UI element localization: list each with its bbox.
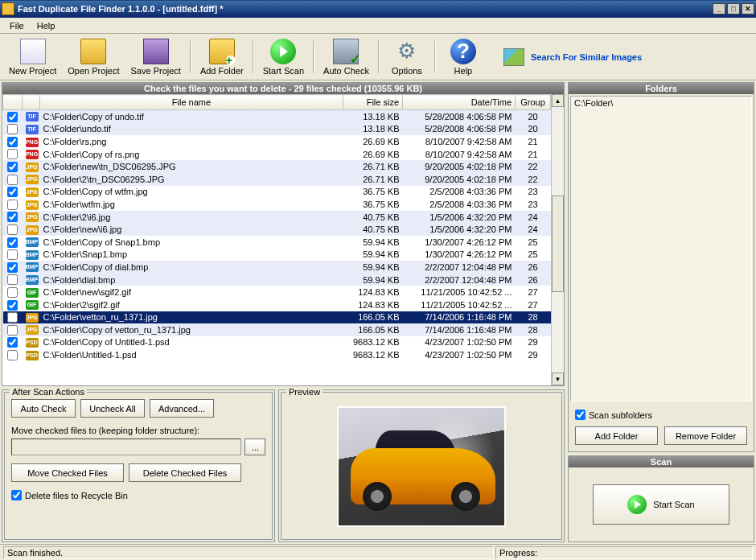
new-project-button[interactable]: New Project (3, 35, 62, 79)
auto-check-action-button[interactable]: Auto Check (11, 399, 76, 418)
browse-path-button[interactable]: ... (244, 439, 265, 455)
row-checkbox[interactable] (7, 337, 18, 348)
cell-filesize: 9683.12 KB (343, 336, 403, 349)
cell-filesize: 13.18 KB (343, 110, 403, 123)
file-list-scrollbar[interactable]: ▲ ▼ (551, 94, 564, 385)
cell-datetime: 2/5/2008 4:03:36 PM (403, 186, 516, 199)
help-icon: ? (450, 39, 476, 64)
row-checkbox[interactable] (7, 187, 18, 197)
table-row[interactable]: BMPC:\Folder\Copy of dial.bmp59.94 KB2/2… (3, 261, 551, 274)
filetype-jpg-icon: JPG (26, 212, 39, 222)
table-row[interactable]: PNGC:\Folder\rs.png26.69 KB8/10/2007 9:4… (3, 135, 551, 148)
options-button[interactable]: ⚙ Options (383, 35, 431, 79)
row-checkbox[interactable] (7, 137, 18, 147)
scan-subfolders-label: Scan subfolders (589, 410, 652, 420)
move-to-label: Move checked files to (keeping folder st… (11, 426, 265, 435)
cell-filename: C:\Folder\undo.tif (40, 123, 343, 136)
column-filesize[interactable]: File size (343, 95, 403, 110)
cell-filename: C:\Folder\Untitled-1.psd (40, 348, 343, 361)
table-row[interactable]: JPGC:\Folder\Copy of vetton_ru_1371.jpg1… (3, 323, 551, 336)
delete-checked-button[interactable]: Delete Checked Files (129, 463, 241, 482)
table-row[interactable]: GIFC:\Folder\2\sgif2.gif124.83 KB11/21/2… (3, 299, 551, 311)
row-checkbox[interactable] (7, 212, 18, 222)
row-checkbox[interactable] (7, 274, 18, 285)
remove-folder-button[interactable]: Remove Folder (664, 426, 747, 445)
filetype-tif-icon: TIF (26, 112, 39, 121)
folder-item[interactable]: C:\Folder\ (574, 98, 748, 108)
cell-datetime: 2/2/2007 12:04:48 PM (403, 274, 516, 286)
column-group[interactable]: Group (516, 95, 551, 110)
move-path-input[interactable] (11, 439, 241, 455)
table-row[interactable]: BMPC:\Folder\Snap1.bmp59.94 KB1/30/2007 … (3, 249, 551, 261)
maximize-button[interactable]: □ (727, 3, 740, 14)
folders-header: Folders (569, 83, 754, 94)
menu-help[interactable]: Help (31, 19, 62, 32)
table-row[interactable]: JPGC:\Folder\2\i6.jpg40.75 KB1/5/2006 4:… (3, 211, 551, 224)
toolbar-separator (313, 41, 314, 73)
menu-file[interactable]: File (3, 19, 31, 32)
add-folder-button[interactable]: Add Folder (195, 35, 249, 79)
row-checkbox[interactable] (7, 249, 18, 260)
scan-subfolders-checkbox[interactable] (575, 410, 585, 420)
column-check[interactable] (3, 95, 23, 110)
table-row[interactable]: TIFC:\Folder\Copy of undo.tif13.18 KB5/2… (3, 110, 551, 123)
cell-datetime: 8/10/2007 9:42:58 AM (403, 135, 516, 148)
scroll-track[interactable] (552, 107, 564, 373)
filetype-jpg-icon: JPG (26, 200, 39, 210)
row-checkbox[interactable] (7, 312, 18, 323)
toolbar: New Project Open Project Save Project Ad… (0, 34, 756, 80)
start-scan-big-button[interactable]: Start Scan (593, 484, 729, 525)
uncheck-all-button[interactable]: Uncheck All (80, 399, 145, 418)
row-checkbox[interactable] (7, 237, 18, 248)
row-checkbox[interactable] (7, 350, 18, 360)
row-checkbox[interactable] (7, 325, 18, 336)
column-filename[interactable]: File name (40, 95, 343, 110)
row-checkbox[interactable] (7, 112, 18, 122)
table-row[interactable]: JPGC:\Folder\2\tn_DSC06295.JPG26.71 KB9/… (3, 173, 551, 186)
cell-datetime: 4/23/2007 1:02:50 PM (403, 348, 516, 361)
filetype-psd-icon: PSD (26, 338, 39, 348)
advanced-button[interactable]: Advanced... (150, 399, 214, 418)
row-checkbox[interactable] (7, 287, 18, 298)
table-row[interactable]: BMPC:\Folder\dial.bmp59.94 KB2/2/2007 12… (3, 274, 551, 286)
table-row[interactable]: PSDC:\Folder\Copy of Untitled-1.psd9683.… (3, 336, 551, 349)
move-checked-button[interactable]: Move Checked Files (11, 463, 124, 482)
folders-list[interactable]: C:\Folder\ (570, 96, 752, 401)
table-row[interactable]: PSDC:\Folder\Untitled-1.psd9683.12 KB4/2… (3, 348, 551, 361)
row-checkbox[interactable] (7, 175, 18, 185)
save-project-button[interactable]: Save Project (125, 35, 187, 79)
search-similar-link[interactable]: Search For Similar Images (503, 48, 642, 66)
scroll-thumb[interactable] (552, 196, 564, 292)
close-button[interactable]: ✕ (742, 3, 754, 14)
row-checkbox[interactable] (7, 300, 18, 311)
cell-group: 20 (516, 110, 551, 123)
row-checkbox[interactable] (7, 200, 18, 210)
table-row[interactable]: JPGC:\Folder\Copy of wtfm.jpg36.75 KB2/5… (3, 186, 551, 199)
row-checkbox[interactable] (7, 162, 18, 172)
help-button[interactable]: ? Help (439, 35, 487, 79)
table-row[interactable]: JPGC:\Folder\new\tn_DSC06295.JPG26.71 KB… (3, 160, 551, 173)
row-checkbox[interactable] (7, 224, 18, 235)
table-row[interactable]: TIFC:\Folder\undo.tif13.18 KB5/28/2008 4… (3, 123, 551, 136)
table-row[interactable]: JPGC:\Folder\vetton_ru_1371.jpg166.05 KB… (3, 311, 551, 324)
open-project-button[interactable]: Open Project (62, 35, 125, 79)
row-checkbox[interactable] (7, 149, 18, 159)
table-row[interactable]: PNGC:\Folder\Copy of rs.png26.69 KB8/10/… (3, 148, 551, 161)
table-row[interactable]: JPGC:\Folder\wtfm.jpg36.75 KB2/5/2008 4:… (3, 198, 551, 211)
row-checkbox[interactable] (7, 262, 18, 273)
minimize-button[interactable]: _ (713, 3, 725, 14)
start-scan-button[interactable]: Start Scan (257, 35, 310, 79)
row-checkbox[interactable] (7, 124, 18, 134)
cell-filesize: 40.75 KB (343, 211, 403, 224)
table-row[interactable]: BMPC:\Folder\Copy of Snap1.bmp59.94 KB1/… (3, 236, 551, 249)
column-datetime[interactable]: Date/Time (403, 95, 516, 110)
table-row[interactable]: GIFC:\Folder\new\sgif2.gif124.83 KB11/21… (3, 286, 551, 299)
recycle-bin-checkbox[interactable] (11, 490, 22, 500)
table-row[interactable]: JPGC:\Folder\new\i6.jpg40.75 KB1/5/2006 … (3, 223, 551, 236)
scroll-up-icon[interactable]: ▲ (552, 94, 564, 107)
auto-check-button[interactable]: Auto Check (318, 35, 375, 79)
scroll-down-icon[interactable]: ▼ (552, 373, 564, 385)
column-icon[interactable] (23, 95, 40, 110)
filetype-jpg-icon: JPG (26, 313, 39, 323)
add-folder-side-button[interactable]: Add Folder (575, 426, 658, 445)
